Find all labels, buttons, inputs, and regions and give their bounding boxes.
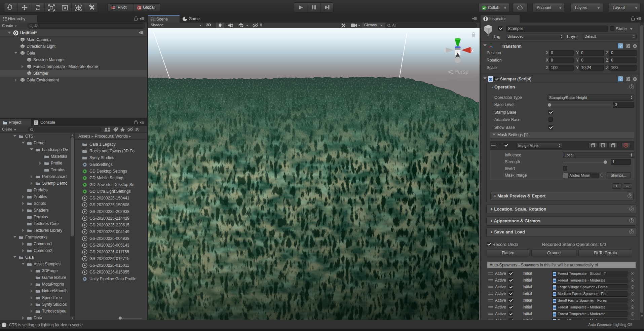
svg-text:x: x xyxy=(471,48,474,53)
svg-text:Persp: Persp xyxy=(454,69,468,75)
svg-text:C#: C# xyxy=(489,78,492,81)
svg-text:?: ? xyxy=(619,77,621,81)
svg-text:y: y xyxy=(456,33,459,38)
svg-text:?: ? xyxy=(619,44,621,48)
